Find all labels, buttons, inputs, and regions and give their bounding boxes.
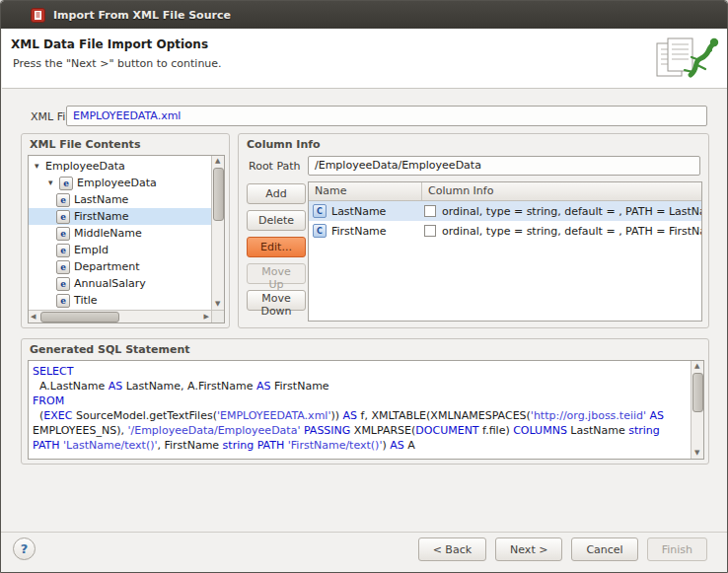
edit-button[interactable]: Edit... <box>247 237 306 257</box>
move-up-button[interactable]: Move Up <box>247 263 306 284</box>
sql-keyword: DOCUMENT <box>415 424 478 437</box>
table-cell-name: CLastName <box>309 204 422 218</box>
cancel-button[interactable]: Cancel <box>571 537 637 561</box>
xml-element-icon: e <box>56 244 70 257</box>
chevron-down-icon[interactable]: ▾ <box>48 178 59 188</box>
help-button[interactable]: ? <box>13 537 36 560</box>
xml-element-icon: e <box>56 294 70 308</box>
tree-item-label: Title <box>74 294 98 307</box>
sql-plain: f, XMLTABLE(XMLNAMESPACES( <box>357 409 531 422</box>
scroll-up-icon[interactable]: ▲ <box>694 363 699 370</box>
tree-item-label: MiddleName <box>74 227 142 240</box>
sql-vertical-scrollbar[interactable]: ▲ ▼ <box>691 361 703 459</box>
sql-statement-box[interactable]: SELECT A.LastName AS LastName, A.FirstNa… <box>28 360 704 460</box>
tree-vertical-scrollbar[interactable]: ▲ ▼ <box>211 156 224 310</box>
tree-item-label: EmpId <box>74 244 109 256</box>
root-path-field[interactable]: /EmployeeData/EmployeeData <box>308 156 700 176</box>
tree-item-empid[interactable]: eEmpId <box>29 242 211 258</box>
tree-item-middlename[interactable]: eMiddleName <box>29 225 211 242</box>
scroll-left-icon[interactable]: ◀ <box>31 314 36 321</box>
tree-item-department[interactable]: eDepartment <box>29 258 211 275</box>
add-button[interactable]: Add <box>247 183 306 204</box>
tree-horizontal-scrollbar[interactable]: ◀ ▶ <box>29 310 211 322</box>
tree-item-firstname[interactable]: eFirstName <box>29 208 211 225</box>
help-question-icon: ? <box>21 541 29 556</box>
xml-element-icon: e <box>56 210 70 224</box>
column-header-name[interactable]: Name <box>309 182 422 200</box>
sql-keyword: AS <box>343 409 358 422</box>
column-header-info[interactable]: Column Info <box>422 182 701 200</box>
columns-table-body: CLastNameordinal, type = string, default… <box>309 201 701 241</box>
columns-table-header[interactable]: Name Column Info <box>309 182 701 201</box>
group-title-column-info: Column Info <box>247 138 321 151</box>
sql-string: 'FirstName/text()' <box>288 439 383 452</box>
scroll-down-icon[interactable]: ▼ <box>215 301 220 308</box>
column-icon: C <box>313 204 327 218</box>
root-path-label: Root Path <box>249 160 301 173</box>
column-buttons: AddDeleteEdit...Move UpMove Down <box>247 183 306 317</box>
scrollbar-corner <box>211 310 224 322</box>
back-button[interactable]: < Back <box>418 537 486 561</box>
scroll-right-icon[interactable]: ▶ <box>204 314 209 321</box>
tree-item-label: EmployeeData <box>45 160 125 173</box>
scroll-up-icon[interactable]: ▲ <box>215 158 220 165</box>
scroll-down-icon[interactable]: ▼ <box>694 450 699 457</box>
titlebar[interactable]: Import From XML File Source <box>1 1 727 29</box>
sql-plain: f.file) <box>479 424 514 437</box>
xml-file-contents-group: XML File Contents ▾EmployeeData▾eEmploye… <box>21 133 230 328</box>
sql-keyword: PATH <box>257 439 285 452</box>
tree-item-lastname[interactable]: eLastName <box>29 191 211 208</box>
sql-string: '/EmployeeData/EmployeeData' <box>127 424 300 437</box>
sql-keyword: AS <box>390 439 404 452</box>
tree-item-label: FirstName <box>74 210 129 223</box>
xml-tree[interactable]: ▾EmployeeData▾eEmployeeDataeLastNameeFir… <box>28 155 225 323</box>
sql-text: SELECT A.LastName AS LastName, A.FirstNa… <box>29 361 691 459</box>
sql-keyword: PATH <box>33 439 60 452</box>
columns-table[interactable]: Name Column Info CLastNameordinal, type … <box>308 181 702 322</box>
wizard-buttons: < BackNext >CancelFinish <box>418 537 707 561</box>
xml-element-icon: e <box>56 193 70 207</box>
xml-element-icon: e <box>56 277 70 291</box>
tree-hscroll-thumb[interactable] <box>40 312 119 322</box>
sql-plain: A <box>404 439 415 452</box>
ordinal-checkbox[interactable] <box>424 225 436 237</box>
tree-item-title[interactable]: eTitle <box>29 292 211 309</box>
tree-rows: ▾EmployeeData▾eEmployeeDataeLastNameeFir… <box>29 156 211 310</box>
column-icon: C <box>313 224 327 238</box>
tree-item-label: LastName <box>74 193 128 206</box>
delete-button[interactable]: Delete <box>247 210 306 231</box>
sql-keyword: AS <box>256 380 271 393</box>
finish-button[interactable]: Finish <box>647 537 707 561</box>
sql-string: 'EMPLOYEEDATA.xml' <box>217 409 330 422</box>
table-cell-info: ordinal, type = string, default = , PATH… <box>422 205 701 218</box>
teiid-lizard-icon <box>653 35 722 82</box>
sql-keyword: string <box>223 439 255 452</box>
tree-item-label: AnnualSalary <box>74 277 146 290</box>
tree-item-employeedata[interactable]: ▾eEmployeeData <box>29 175 211 191</box>
ordinal-checkbox[interactable] <box>424 205 436 217</box>
sql-line: (EXEC SourceModel.getTextFiles('EMPLOYEE… <box>33 408 687 453</box>
table-row-lastname[interactable]: CLastNameordinal, type = string, default… <box>309 201 701 221</box>
tree-item-label: EmployeeData <box>77 177 157 189</box>
xml-file-field[interactable]: EMPLOYEEDATA.xml <box>66 106 707 126</box>
table-row-firstname[interactable]: CFirstNameordinal, type = string, defaul… <box>309 221 701 241</box>
next-button[interactable]: Next > <box>495 537 562 561</box>
tree-item-annualsalary[interactable]: eAnnualSalary <box>29 275 211 292</box>
sql-string: 'http://org.jboss.teiid' <box>531 409 646 422</box>
page-subtitle: Press the "Next >" button to continue. <box>13 57 222 70</box>
sql-keyword: PASSING <box>304 424 350 437</box>
tree-vscroll-thumb[interactable] <box>213 168 224 221</box>
sql-line: A.LastName AS LastName, A.FirstName AS F… <box>33 379 687 394</box>
wizard-header: XML Data File Import Options Press the "… <box>2 29 728 89</box>
sql-keyword: FROM <box>33 394 64 407</box>
move-down-button[interactable]: Move Down <box>247 290 306 311</box>
sql-vscroll-thumb[interactable] <box>692 373 703 412</box>
red-import-source-icon <box>31 8 45 23</box>
xml-file-value: EMPLOYEEDATA.xml <box>73 109 181 122</box>
chevron-down-icon[interactable]: ▾ <box>35 161 45 172</box>
tree-item-employeedata[interactable]: ▾EmployeeData <box>29 158 211 175</box>
sql-string: 'LastName/text()' <box>63 439 157 452</box>
root-path-value: /EmployeeData/EmployeeData <box>315 159 481 172</box>
sql-plain: SourceModel.getTextFiles( <box>72 409 217 422</box>
sql-keyword: AS <box>650 409 665 422</box>
